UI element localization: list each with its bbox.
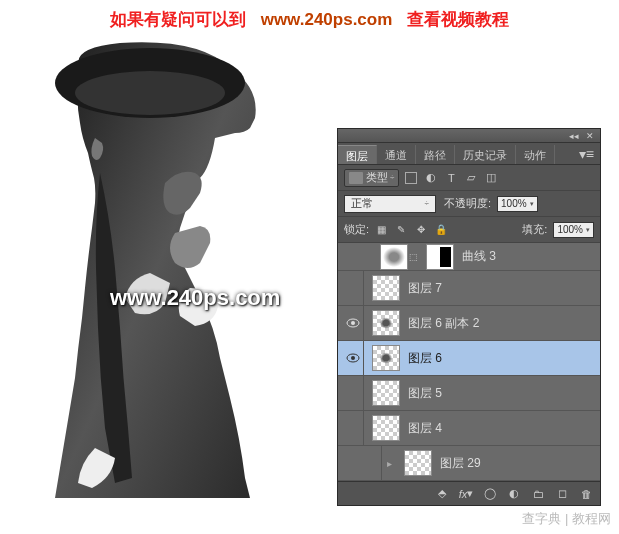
tab-actions[interactable]: 动作 (516, 145, 555, 164)
panel-tabs: 图层 通道 路径 历史记录 动作 ▾≡ (338, 143, 600, 165)
filter-type-label: 类型 (366, 170, 388, 185)
visibility-toggle[interactable] (342, 341, 364, 375)
filter-pixel-icon[interactable] (403, 170, 419, 186)
lock-all-icon[interactable]: 🔒 (433, 222, 449, 238)
layer-name[interactable]: 图层 7 (408, 280, 442, 297)
chevron-down-icon: ▾ (530, 200, 534, 208)
canvas-image (20, 38, 300, 498)
panel-header: ◂◂ ✕ (338, 129, 600, 143)
lock-label: 锁定: (344, 222, 369, 237)
layer-thumbnail[interactable] (380, 244, 408, 270)
visibility-toggle[interactable] (342, 411, 364, 445)
layer-thumbnail[interactable] (372, 415, 400, 441)
banner-text-right: 查看视频教程 (407, 10, 509, 29)
svg-point-1 (75, 71, 225, 115)
lock-pixels-icon[interactable]: ✎ (393, 222, 409, 238)
collapse-icon[interactable]: ◂◂ (568, 131, 580, 141)
blend-mode-value: 正常 (351, 196, 373, 211)
add-mask-icon[interactable]: ◯ (482, 486, 498, 502)
delete-layer-icon[interactable]: 🗑 (578, 486, 594, 502)
layer-filter-row: 类型 ÷ ◐ T ▱ ◫ (338, 165, 600, 191)
layer-name[interactable]: 图层 29 (440, 455, 481, 472)
svg-point-3 (351, 321, 355, 325)
tab-history[interactable]: 历史记录 (455, 145, 516, 164)
layers-panel: ◂◂ ✕ 图层 通道 路径 历史记录 动作 ▾≡ 类型 ÷ ◐ T ▱ ◫ 正常… (337, 128, 601, 506)
layer-row[interactable]: 图层 7 (338, 271, 600, 306)
layer-name[interactable]: 图层 4 (408, 420, 442, 437)
layer-name[interactable]: 图层 5 (408, 385, 442, 402)
chevron-down-icon: ÷ (390, 173, 394, 182)
fill-input[interactable]: 100% ▾ (553, 222, 594, 238)
filter-text-icon[interactable]: T (443, 170, 459, 186)
new-group-icon[interactable]: 🗀 (530, 486, 546, 502)
layer-thumbnail[interactable] (372, 345, 400, 371)
blend-mode-select[interactable]: 正常 ÷ (344, 195, 436, 213)
layer-thumbnail[interactable] (372, 310, 400, 336)
link-icon[interactable]: ⬚ (408, 252, 418, 262)
eye-icon (346, 318, 360, 328)
filter-type-icon (349, 172, 363, 184)
layer-name[interactable]: 图层 6 (408, 350, 442, 367)
eye-icon (346, 353, 360, 363)
tab-paths[interactable]: 路径 (416, 145, 455, 164)
chevron-down-icon: ▾ (586, 226, 590, 234)
layer-mask-thumbnail[interactable] (426, 244, 454, 270)
filter-smart-icon[interactable]: ◫ (483, 170, 499, 186)
filter-shape-icon[interactable]: ▱ (463, 170, 479, 186)
chevron-down-icon: ÷ (425, 199, 429, 208)
layer-row[interactable]: 图层 5 (338, 376, 600, 411)
woman-silhouette-image (20, 38, 300, 498)
expand-chevron-icon[interactable]: ▸ (382, 458, 396, 469)
lock-transparency-icon[interactable]: ▦ (373, 222, 389, 238)
opacity-label: 不透明度: (444, 196, 491, 211)
new-layer-icon[interactable]: ◻ (554, 486, 570, 502)
layer-name[interactable]: 图层 6 副本 2 (408, 315, 479, 332)
adjustment-layer-icon[interactable]: ◐ (506, 486, 522, 502)
visibility-toggle[interactable] (360, 446, 382, 480)
layer-row[interactable]: ⬚ 曲线 3 (338, 243, 600, 271)
visibility-toggle[interactable] (342, 271, 364, 305)
opacity-value-text: 100% (501, 198, 527, 209)
fill-label: 填充: (522, 222, 547, 237)
visibility-toggle[interactable] (342, 376, 364, 410)
lock-fill-row: 锁定: ▦ ✎ ✥ 🔒 填充: 100% ▾ (338, 217, 600, 243)
layer-row[interactable]: ▸ 图层 29 (338, 446, 600, 481)
close-panel-icon[interactable]: ✕ (584, 131, 596, 141)
filter-type-select[interactable]: 类型 ÷ (344, 169, 399, 187)
fill-value-text: 100% (557, 224, 583, 235)
blend-opacity-row: 正常 ÷ 不透明度: 100% ▾ (338, 191, 600, 217)
link-layers-icon[interactable]: ⬘ (434, 486, 450, 502)
layer-effects-icon[interactable]: fx▾ (458, 486, 474, 502)
page-watermark: 查字典 | 教程网 (522, 510, 611, 528)
layer-name[interactable]: 曲线 3 (462, 248, 496, 265)
tab-channels[interactable]: 通道 (377, 145, 416, 164)
layer-row[interactable]: 图层 4 (338, 411, 600, 446)
layer-row[interactable]: 图层 6 副本 2 (338, 306, 600, 341)
svg-point-5 (351, 356, 355, 360)
lock-position-icon[interactable]: ✥ (413, 222, 429, 238)
layers-list: ⬚ 曲线 3 图层 7 图层 6 副本 2 图层 6 (338, 243, 600, 481)
image-watermark: www.240ps.com (110, 285, 280, 311)
tab-layers[interactable]: 图层 (338, 145, 377, 164)
banner-link[interactable]: www.240ps.com (261, 10, 393, 29)
layer-thumbnail[interactable] (372, 380, 400, 406)
layer-row[interactable]: 图层 6 (338, 341, 600, 376)
layer-thumbnail[interactable] (404, 450, 432, 476)
opacity-input[interactable]: 100% ▾ (497, 196, 538, 212)
banner-text-left: 如果有疑问可以到 (110, 10, 246, 29)
visibility-toggle[interactable] (342, 306, 364, 340)
panel-footer: ⬘ fx▾ ◯ ◐ 🗀 ◻ 🗑 (338, 481, 600, 505)
tutorial-banner: 如果有疑问可以到 www.240ps.com 查看视频教程 (0, 8, 619, 31)
panel-menu-icon[interactable]: ▾≡ (573, 145, 600, 164)
filter-adjustment-icon[interactable]: ◐ (423, 170, 439, 186)
layer-thumbnail[interactable] (372, 275, 400, 301)
